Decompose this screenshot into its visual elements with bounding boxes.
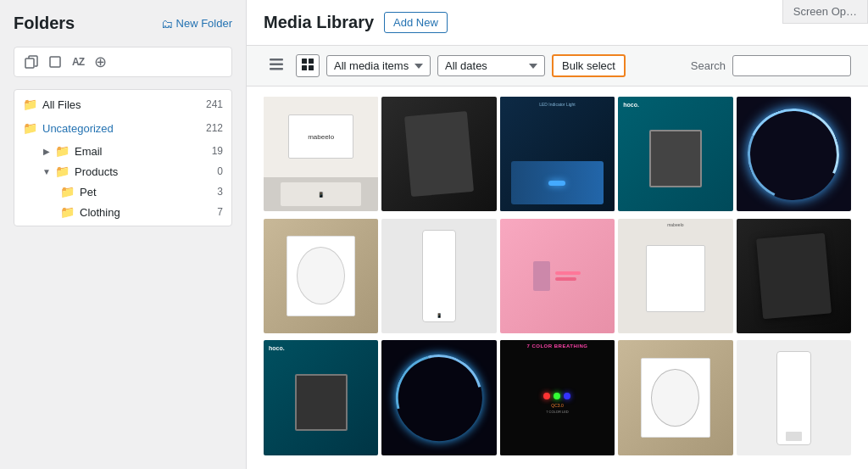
media-item[interactable] (618, 340, 732, 455)
media-item[interactable] (500, 219, 615, 333)
folder-label-uncategorized: Uncategorized (42, 122, 203, 135)
media-item[interactable] (381, 340, 496, 455)
screen-options-button[interactable]: Screen Op… (782, 0, 868, 24)
sidebar-header: Folders 🗂 New Folder (14, 14, 232, 33)
folder-count-email: 19 (212, 145, 223, 157)
folder-label-all-files: All Files (42, 98, 203, 111)
main-toolbar: All media items Images Audio Video Docum… (247, 46, 868, 87)
folder-label-products: Products (75, 165, 214, 178)
media-item[interactable]: 📱 (381, 219, 496, 333)
folder-count-pet: 3 (217, 186, 223, 198)
sidebar-title: Folders (14, 14, 75, 33)
media-item[interactable]: hoco. (618, 97, 732, 211)
sort-az-icon[interactable]: AZ (72, 56, 84, 68)
media-item[interactable] (737, 219, 851, 333)
cut-icon[interactable] (48, 55, 62, 69)
svg-rect-3 (270, 64, 283, 66)
copy-icon[interactable] (25, 55, 38, 69)
main-header: Media Library Add New (247, 0, 868, 46)
folder-icon-email: 📁 (55, 144, 70, 158)
folder-item-clothing[interactable]: 📁 Clothing 7 (52, 202, 231, 222)
add-new-button[interactable]: Add New (384, 12, 448, 33)
more-icon[interactable]: ⊕ (94, 54, 107, 70)
folder-icon-products: 📁 (55, 165, 70, 178)
page-title: Media Library (264, 13, 374, 32)
svg-rect-1 (50, 57, 60, 67)
media-item[interactable]: mabeeIo (618, 219, 732, 333)
folder-sub-products: 📁 Pet 3 📁 Clothing 7 (33, 181, 231, 222)
folder-item-email[interactable]: ▶ 📁 Email 19 (33, 141, 231, 161)
date-filter-dropdown[interactable]: All dates January 2024 December 2023 (437, 55, 545, 76)
folder-toolbar: AZ ⊕ (14, 47, 232, 77)
folder-list: 📁 All Files 241 📁 Uncategorized 212 ▶ 📁 … (14, 89, 232, 226)
folder-item-products[interactable]: ▼ 📁 Products 0 (33, 161, 231, 181)
folder-sub-uncategorized: ▶ 📁 Email 19 ▼ 📁 Products 0 📁 Pet 3 📁 (14, 141, 231, 222)
list-view-button[interactable] (264, 54, 289, 77)
folder-count-clothing: 7 (217, 206, 223, 218)
folder-count-all-files: 241 (206, 98, 223, 110)
folder-item-uncategorized[interactable]: 📁 Uncategorized 212 (14, 117, 231, 139)
media-item[interactable] (381, 97, 496, 211)
toggle-email[interactable]: ▶ (42, 147, 52, 156)
media-item[interactable] (264, 219, 378, 333)
svg-rect-2 (270, 59, 283, 61)
toggle-products[interactable]: ▼ (42, 167, 52, 176)
media-item[interactable] (737, 97, 851, 211)
folder-icon-pet: 📁 (60, 185, 75, 198)
media-item[interactable]: LED Indicator Light (500, 97, 615, 211)
media-grid: mabeeIo 📱 LED Indicator Light (247, 87, 868, 469)
folder-icon-clothing: 📁 (60, 205, 75, 219)
svg-rect-7 (302, 65, 307, 70)
folder-item-pet[interactable]: 📁 Pet 3 (52, 181, 231, 202)
grid-view-button[interactable] (296, 54, 320, 77)
media-item[interactable]: mabeeIo 📱 (264, 97, 378, 211)
folder-item-all-files[interactable]: 📁 All Files 241 (14, 93, 231, 115)
svg-rect-4 (270, 68, 283, 70)
folder-label-email: Email (75, 145, 209, 158)
folder-icon-all-files: 📁 (23, 98, 37, 111)
main-content: Screen Op… Media Library Add New All med… (246, 0, 868, 469)
media-item[interactable]: 7 COLOR BREATHING QC3.0 7 COLOR LED (500, 340, 615, 455)
sidebar: Folders 🗂 New Folder AZ ⊕ 📁 All Files 24… (0, 0, 246, 469)
bulk-select-button[interactable]: Bulk select (552, 54, 626, 77)
svg-rect-8 (309, 65, 314, 70)
folder-icon-uncategorized: 📁 (23, 121, 37, 135)
folder-count-products: 0 (217, 165, 223, 177)
folder-plus-icon: 🗂 (161, 17, 173, 31)
search-input[interactable] (732, 55, 851, 76)
svg-rect-0 (25, 59, 34, 68)
media-item[interactable]: hoco. (264, 340, 378, 455)
svg-rect-5 (302, 59, 307, 64)
media-filter-dropdown[interactable]: All media items Images Audio Video Docum… (326, 55, 431, 76)
folder-label-pet: Pet (80, 186, 214, 198)
search-label: Search (691, 59, 726, 72)
svg-rect-6 (309, 59, 314, 64)
media-item[interactable] (737, 340, 851, 455)
new-folder-button[interactable]: 🗂 New Folder (161, 17, 232, 31)
new-folder-label: New Folder (176, 17, 232, 30)
folder-label-clothing: Clothing (80, 206, 214, 219)
folder-count-uncategorized: 212 (206, 122, 223, 134)
